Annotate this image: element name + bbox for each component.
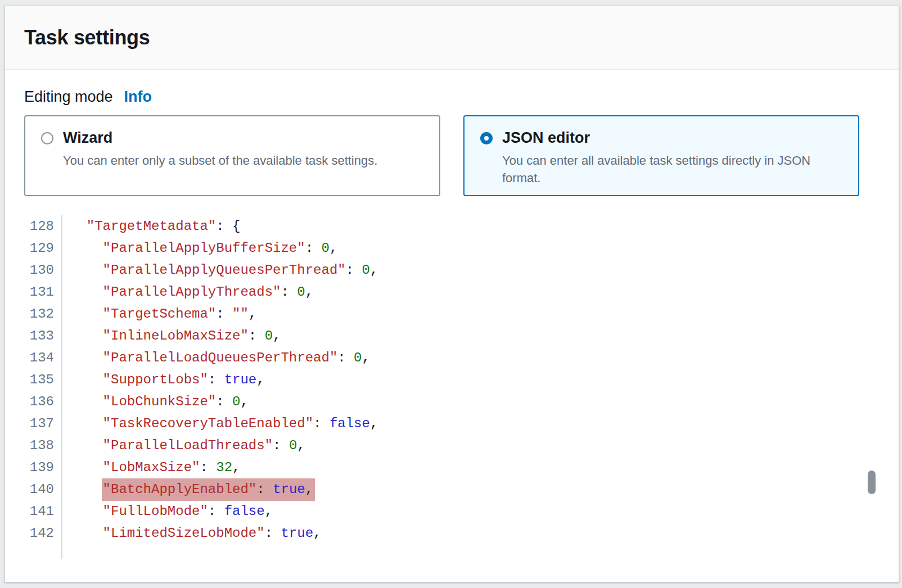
panel-title: Task settings (24, 26, 150, 49)
colon: : (265, 526, 281, 541)
colon: : (305, 241, 322, 256)
comma: , (273, 328, 281, 343)
code-tokens: "TargetMetadata": { (87, 219, 241, 234)
colon: : (249, 328, 265, 343)
code-line-text: "BatchApplyEnabled": true, (62, 478, 313, 500)
comma: , (240, 394, 248, 409)
code-tokens: "LobChunkSize": 0, (103, 394, 249, 409)
option-tile-json-editor[interactable]: JSON editor You can enter all available … (463, 115, 859, 196)
json-value: true (281, 526, 313, 541)
code-line-text: "FullLobMode": false, (62, 500, 273, 522)
code-line-text: "ParallelApplyThreads": 0, (62, 281, 313, 303)
json-value: 0 (289, 438, 297, 453)
code-line[interactable]: 137 "TaskRecoveryTableEnabled": false, (24, 413, 880, 435)
code-tokens: "LobMaxSize": 32, (103, 460, 241, 475)
code-line[interactable]: 128 "TargetMetadata": { (24, 215, 880, 237)
line-number: 130 (24, 259, 62, 281)
code-tokens: "ParallelApplyBufferSize": 0, (103, 241, 338, 256)
code-line[interactable]: 140 "BatchApplyEnabled": true, (24, 478, 880, 500)
radio-json-editor-icon[interactable] (480, 132, 493, 144)
comma: , (297, 438, 305, 453)
code-line-text: "ParallelApplyQueuesPerThread": 0, (62, 259, 378, 281)
json-value: "" (232, 306, 249, 322)
code-tokens: "ParallelLoadQueuesPerThread": 0, (103, 350, 370, 365)
code-line-text: "TargetMetadata": { (62, 215, 240, 237)
json-key: "LobMaxSize" (103, 460, 200, 475)
code-line[interactable]: 139 "LobMaxSize": 32, (24, 456, 880, 478)
colon: : (256, 482, 273, 497)
code-line-text: "InlineLobMaxSize": 0, (62, 325, 281, 347)
code-line[interactable]: 134 "ParallelLoadQueuesPerThread": 0, (24, 347, 880, 369)
radio-wizard-icon[interactable] (41, 132, 53, 144)
line-number: 136 (24, 391, 62, 413)
json-value: 0 (362, 263, 370, 278)
json-key: "ParallelLoadThreads" (103, 438, 273, 453)
code-tokens: "TaskRecoveryTableEnabled": false, (103, 416, 378, 431)
json-key: "BatchApplyEnabled" (103, 482, 257, 497)
code-lines: 128 "TargetMetadata": {129 "ParallelAppl… (24, 215, 880, 559)
colon: : (208, 504, 224, 519)
code-line[interactable]: 133 "InlineLobMaxSize": 0, (24, 325, 880, 347)
comma: , (305, 284, 313, 300)
code-line[interactable]: 132 "TargetSchema": "", (24, 303, 880, 325)
comma: , (313, 526, 321, 541)
option-tile-wizard[interactable]: Wizard You can enter only a subset of th… (24, 115, 440, 196)
code-line-text: "ParallelLoadThreads": 0, (62, 435, 305, 456)
code-line[interactable]: 135 "SupportLobs": true, (24, 369, 880, 391)
code-tokens: "ParallelApplyQueuesPerThread": 0, (103, 263, 378, 278)
json-value: 0 (321, 241, 329, 256)
json-value: 0 (354, 350, 362, 365)
info-link[interactable]: Info (124, 88, 152, 106)
line-number: 139 (24, 456, 62, 478)
json-value: true (273, 482, 305, 497)
json-key: "ParallelLoadQueuesPerThread" (103, 350, 338, 365)
code-line-text: "ParallelApplyBufferSize": 0, (62, 237, 337, 259)
code-line-tail (24, 544, 880, 559)
editor-scrollbar-thumb[interactable] (868, 471, 876, 494)
comma: , (256, 372, 264, 387)
comma: , (249, 306, 256, 322)
code-tokens: "ParallelApplyThreads": 0, (103, 284, 313, 300)
line-number: 141 (24, 500, 62, 522)
code-tokens: "InlineLobMaxSize": 0, (103, 328, 281, 343)
code-line[interactable]: 129 "ParallelApplyBufferSize": 0, (24, 237, 880, 259)
comma: , (265, 504, 273, 519)
comma: , (305, 482, 313, 497)
json-key: "TargetMetadata" (87, 219, 216, 234)
line-number: 138 (24, 435, 62, 456)
colon: : (200, 460, 216, 475)
colon: : (313, 416, 330, 431)
task-settings-panel: Task settings Editing mode Info Wizard Y… (4, 6, 899, 582)
line-number: 140 (24, 478, 62, 500)
colon: : (216, 306, 232, 322)
panel-body: Editing mode Info Wizard You can enter o… (5, 70, 899, 559)
json-key: "LobChunkSize" (103, 394, 217, 409)
option-description-wizard: You can enter only a subset of the avail… (63, 152, 423, 169)
highlighted-text: "BatchApplyEnabled": true, (102, 478, 315, 501)
json-editor[interactable]: 128 "TargetMetadata": {129 "ParallelAppl… (24, 215, 880, 559)
line-number: 129 (24, 237, 62, 259)
comma: , (370, 416, 378, 431)
line-number (24, 544, 62, 559)
comma: , (330, 241, 337, 256)
code-line[interactable]: 141 "FullLobMode": false, (24, 500, 880, 522)
colon: : (273, 438, 289, 453)
json-key: "LimitedSizeLobMode" (103, 526, 265, 541)
code-line[interactable]: 136 "LobChunkSize": 0, (24, 391, 880, 413)
code-line[interactable]: 142 "LimitedSizeLobMode": true, (24, 522, 880, 544)
code-tokens: "TargetSchema": "", (103, 306, 257, 322)
json-key: "TargetSchema" (103, 306, 217, 322)
json-key: "ParallelApplyBufferSize" (103, 241, 305, 256)
comma: , (362, 350, 370, 365)
code-line-text: "ParallelLoadQueuesPerThread": 0, (62, 347, 370, 369)
colon: : (208, 372, 224, 387)
code-line[interactable]: 138 "ParallelLoadThreads": 0, (24, 435, 880, 456)
code-line[interactable]: 130 "ParallelApplyQueuesPerThread": 0, (24, 259, 880, 281)
json-key: "SupportLobs" (103, 372, 208, 387)
json-value: false (224, 504, 265, 519)
option-label-json-editor: JSON editor (502, 129, 590, 147)
colon: : (281, 284, 297, 300)
json-value: 32 (216, 460, 232, 475)
code-line[interactable]: 131 "ParallelApplyThreads": 0, (24, 281, 880, 303)
line-number: 132 (24, 303, 62, 325)
